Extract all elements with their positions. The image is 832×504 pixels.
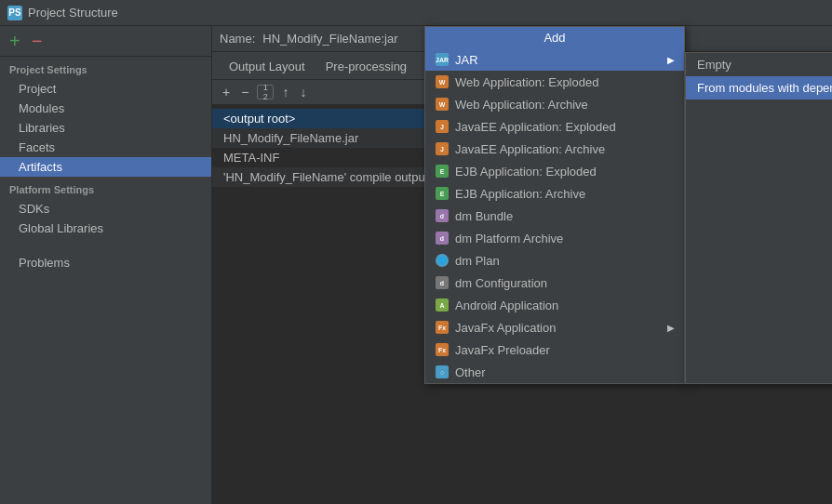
- jar-icon: JAR: [435, 52, 450, 67]
- tab-pre-processing[interactable]: Pre-processing: [316, 56, 416, 79]
- ejb-archive-icon: E: [435, 186, 450, 201]
- menu-item-javafx-preloader-label: JavaFx Preloader: [455, 343, 675, 357]
- menu-item-ejb-exploded[interactable]: E EJB Application: Exploded: [425, 160, 684, 182]
- app-icon: PS: [7, 6, 22, 20]
- android-icon: A: [435, 298, 450, 312]
- dm-bundle-icon: d: [435, 208, 450, 223]
- menu-item-other-label: Other: [455, 365, 675, 379]
- menu-item-jar[interactable]: JAR JAR ▶: [425, 48, 684, 71]
- menu-item-ejb-archive-label: EJB Application: Archive: [455, 187, 675, 201]
- menu-item-javafx-preloader[interactable]: Fx JavaFx Preloader: [425, 338, 684, 361]
- menu-item-web-archive-label: Web Application: Archive: [455, 98, 675, 112]
- menu-item-javafx-label: JavaFx Application: [455, 321, 662, 335]
- sidebar-item-libraries[interactable]: Libraries: [0, 118, 211, 138]
- javaee-exploded-icon: J: [435, 119, 450, 134]
- sidebar-item-global-libraries[interactable]: Global Libraries: [0, 219, 211, 238]
- jar-submenu-arrow: ▶: [667, 55, 675, 65]
- dm-plan-icon: 🌐: [435, 253, 450, 268]
- submenu-item-empty[interactable]: Empty: [686, 53, 832, 76]
- dm-config-icon: d: [435, 275, 450, 290]
- project-settings-header: Project Settings: [0, 57, 211, 79]
- menu-item-web-archive[interactable]: W Web Application: Archive: [425, 93, 684, 115]
- javaee-archive-icon: J: [435, 141, 450, 156]
- sidebar-item-artifacts[interactable]: Artifacts: [0, 157, 211, 177]
- add-menu-header: Add: [425, 27, 684, 48]
- javafx-icon: Fx: [435, 320, 450, 335]
- sidebar-toolbar: + −: [0, 26, 211, 57]
- menu-item-dm-config-label: dm Configuration: [455, 276, 675, 290]
- submenu-item-from-modules[interactable]: From modules with dependencies...: [686, 76, 832, 99]
- menu-item-javaee-archive[interactable]: J JavaEE Application: Archive: [425, 138, 684, 160]
- title-bar: PS Project Structure: [0, 0, 832, 26]
- menu-item-web-exploded-label: Web Application: Exploded: [455, 75, 675, 89]
- menu-item-ejb-archive[interactable]: E EJB Application: Archive: [425, 182, 684, 205]
- menu-item-web-exploded[interactable]: W Web Application: Exploded: [425, 71, 684, 93]
- artifact-name-value: HN_Modify_FileName:jar: [262, 32, 397, 46]
- menu-item-dm-plan-label: dm Plan: [455, 254, 675, 268]
- add-menu: Add JAR JAR ▶ W Web Application: Explode…: [424, 26, 685, 384]
- javafx-submenu-arrow: ▶: [667, 323, 675, 333]
- output-down-button[interactable]: ↓: [297, 84, 309, 100]
- menu-item-android-label: Android Application: [455, 298, 675, 312]
- ejb-exploded-icon: E: [435, 164, 450, 179]
- output-add-button[interactable]: +: [220, 84, 233, 100]
- web-exploded-icon: W: [435, 74, 450, 89]
- sidebar-item-project[interactable]: Project: [0, 79, 211, 99]
- tab-output-layout[interactable]: Output Layout: [220, 56, 315, 79]
- menu-item-dm-bundle[interactable]: d dm Bundle: [425, 205, 684, 227]
- menu-item-javaee-exploded-label: JavaEE Application: Exploded: [455, 120, 675, 134]
- sidebar-item-problems[interactable]: Problems: [0, 253, 211, 272]
- menu-item-other[interactable]: ○ Other: [425, 361, 684, 383]
- menu-item-javaee-archive-label: JavaEE Application: Archive: [455, 142, 675, 156]
- sidebar-item-sdks[interactable]: SDKs: [0, 199, 211, 219]
- output-remove-button[interactable]: −: [238, 84, 251, 100]
- jar-submenu: Empty From modules with dependencies...: [685, 52, 832, 384]
- output-up-button[interactable]: ↑: [279, 84, 291, 100]
- other-icon: ○: [435, 365, 450, 379]
- menu-item-jar-label: JAR: [455, 53, 662, 67]
- menu-item-dm-bundle-label: dm Bundle: [455, 209, 675, 223]
- sidebar-item-facets[interactable]: Facets: [0, 138, 211, 157]
- title-text: Project Structure: [28, 6, 118, 20]
- javafx-preloader-icon: Fx: [435, 342, 450, 357]
- content-area: Name: HN_Modify_FileName:jar Output Layo…: [212, 26, 832, 504]
- menu-item-dm-platform[interactable]: d dm Platform Archive: [425, 227, 684, 249]
- sidebar: + − Project Settings Project Modules Lib…: [0, 26, 212, 504]
- add-artifact-button[interactable]: +: [7, 32, 22, 50]
- menu-item-javaee-exploded[interactable]: J JavaEE Application: Exploded: [425, 115, 684, 138]
- sort-icon[interactable]: 12: [257, 85, 274, 99]
- dropdown-overlay: Add JAR JAR ▶ W Web Application: Explode…: [424, 26, 832, 384]
- web-archive-icon: W: [435, 97, 450, 112]
- menu-item-dm-plan[interactable]: 🌐 dm Plan: [425, 249, 684, 272]
- menu-item-ejb-exploded-label: EJB Application: Exploded: [455, 165, 675, 179]
- menu-item-android[interactable]: A Android Application: [425, 294, 684, 316]
- menu-item-dm-platform-label: dm Platform Archive: [455, 232, 675, 245]
- platform-settings-header: Platform Settings: [0, 177, 211, 199]
- sidebar-item-modules[interactable]: Modules: [0, 99, 211, 118]
- remove-artifact-button[interactable]: −: [30, 32, 45, 50]
- name-label: Name:: [220, 32, 255, 46]
- dm-platform-icon: d: [435, 231, 450, 245]
- menu-item-dm-config[interactable]: d dm Configuration: [425, 272, 684, 294]
- menu-item-javafx[interactable]: Fx JavaFx Application ▶: [425, 316, 684, 338]
